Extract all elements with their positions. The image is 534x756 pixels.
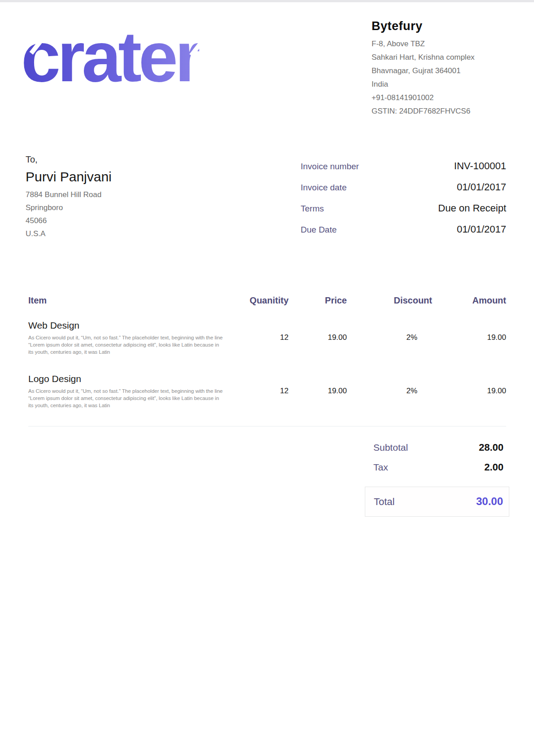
company-address-line: Bhavnagar, Gujrat 364001 (372, 64, 506, 78)
company-address: F-8, Above TBZ Sahkari Hart, Krishna com… (372, 37, 506, 118)
bill-to-address-line: 45066 (26, 214, 112, 227)
total-label: Total (374, 495, 394, 509)
header-quantity: Quanitity (228, 295, 289, 306)
item-amount: 19.00 (432, 333, 506, 342)
crater-logo-text: crater (21, 17, 199, 96)
header-price: Price (289, 295, 347, 306)
item-cell: Web Design As Cicero would put it, “Um, … (28, 319, 228, 356)
invoice-number-label: Invoice number (301, 162, 359, 171)
total-box: Total 30.00 (365, 487, 509, 517)
due-date-row: Due Date 01/01/2017 (301, 224, 506, 245)
tax-label: Tax (373, 461, 388, 474)
item-description: As Cicero would put it, “Um, not so fast… (28, 387, 224, 409)
item-name: Logo Design (28, 373, 228, 385)
header-item: Item (28, 295, 228, 306)
bill-to-address-line: Springboro (26, 201, 112, 214)
invoice-date-value: 01/01/2017 (457, 181, 506, 193)
bill-to-name: Purvi Panjvani (26, 168, 112, 185)
bill-to-address-line: 7884 Bunnel Hill Road (26, 188, 112, 201)
item-price: 19.00 (289, 387, 347, 396)
bill-to-address: 7884 Bunnel Hill Road Springboro 45066 U… (26, 188, 112, 240)
crater-logo: crater (21, 21, 199, 118)
terms-label: Terms (301, 204, 324, 214)
item-description: As Cicero would put it, “Um, not so fast… (28, 334, 224, 356)
item-cell: Logo Design As Cicero would put it, “Um,… (28, 373, 228, 409)
invoice-header: crater Bytefury F-8, Above TBZ Sahkari H… (0, 2, 534, 118)
terms-value: Due on Receipt (438, 202, 506, 214)
tax-value: 2.00 (484, 461, 503, 474)
company-address-line: F-8, Above TBZ (372, 37, 506, 51)
table-bottom-divider (28, 426, 506, 426)
table-row: Logo Design As Cicero would put it, “Um,… (28, 373, 506, 409)
terms-row: Terms Due on Receipt (301, 202, 506, 224)
due-date-value: 01/01/2017 (457, 224, 506, 235)
company-address-line: Sahkari Hart, Krishna complex (372, 51, 506, 64)
company-block: Bytefury F-8, Above TBZ Sahkari Hart, Kr… (372, 18, 506, 118)
invoice-number-row: Invoice number INV-100001 (301, 160, 506, 181)
bill-to-prefix: To, (26, 153, 112, 166)
company-name: Bytefury (372, 19, 506, 33)
tax-row: Tax 2.00 (365, 461, 509, 474)
item-discount: 2% (347, 387, 432, 396)
total-value: 30.00 (476, 495, 503, 508)
invoice-date-row: Invoice date 01/01/2017 (301, 181, 506, 202)
header-amount: Amount (432, 295, 506, 306)
due-date-label: Due Date (301, 225, 337, 235)
invoice-meta-block: Invoice number INV-100001 Invoice date 0… (301, 160, 506, 245)
total-row: Total 30.00 (365, 495, 509, 509)
company-phone: +91-08141901002 (372, 91, 506, 105)
bill-to-block: To, Purvi Panjvani 7884 Bunnel Hill Road… (26, 153, 112, 245)
subtotal-row: Subtotal 28.00 (365, 441, 509, 454)
table-row: Web Design As Cicero would put it, “Um, … (28, 319, 506, 356)
addresses-section: To, Purvi Panjvani 7884 Bunnel Hill Road… (0, 153, 534, 245)
subtotal-label: Subtotal (373, 441, 408, 454)
item-price: 19.00 (289, 333, 347, 342)
invoice-number-value: INV-100001 (454, 160, 506, 172)
item-name: Web Design (28, 319, 228, 332)
company-address-line: India (372, 78, 506, 91)
item-quantity: 12 (228, 387, 289, 396)
bill-to-address-line: U.S.A (26, 227, 112, 240)
totals-section: Subtotal 28.00 Tax 2.00 Total 30.00 (365, 441, 509, 517)
subtotal-value: 28.00 (479, 441, 503, 454)
items-table: Item Quanitity Price Discount Amount Web… (28, 295, 506, 426)
item-quantity: 12 (228, 333, 289, 342)
items-table-header: Item Quanitity Price Discount Amount (28, 295, 506, 306)
header-discount: Discount (347, 295, 432, 306)
company-gstin: GSTIN: 24DDF7682FHVCS6 (372, 105, 506, 118)
invoice-date-label: Invoice date (301, 183, 346, 193)
item-amount: 19.00 (432, 387, 506, 396)
item-discount: 2% (347, 333, 432, 342)
